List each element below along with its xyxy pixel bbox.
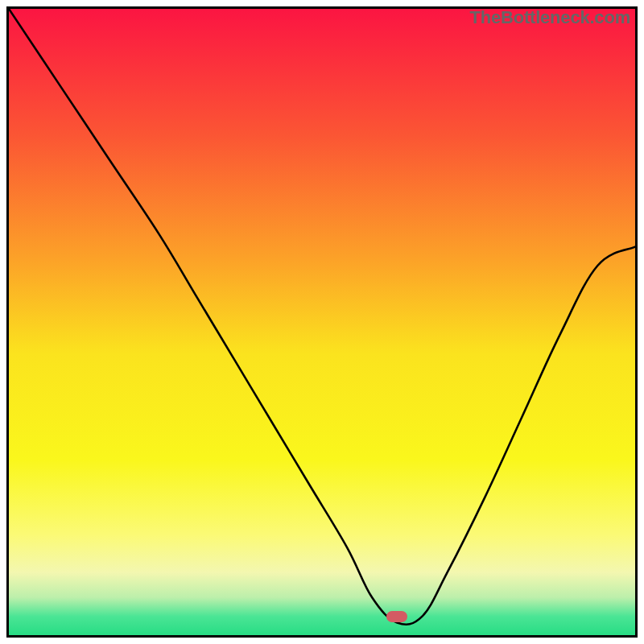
chart-frame: TheBottleneck.com (6, 6, 638, 638)
gradient-background (9, 9, 635, 635)
bottleneck-chart (9, 9, 635, 635)
